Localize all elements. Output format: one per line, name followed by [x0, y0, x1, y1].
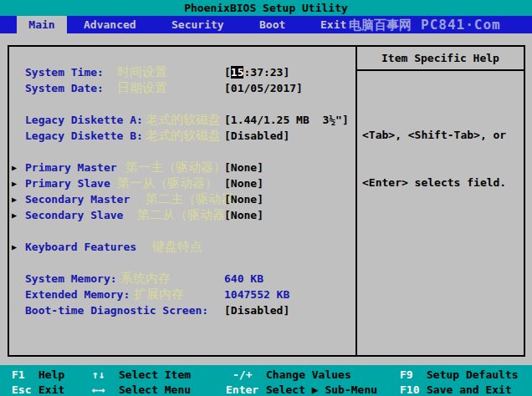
setting-annotation-cn: 扩展内存	[134, 287, 184, 302]
footer-key-esc: Esc	[12, 383, 31, 396]
help-panel-text: <Tab>, <Shift-Tab>, or <Enter> selects f…	[362, 95, 506, 222]
tab-main[interactable]: Main	[17, 16, 67, 33]
setting-row-secondary-slave[interactable]: ▶ Secondary Slave 第二从（驱动器） [None]	[0, 207, 356, 223]
setting-label: Boot-time Diagnostic Screen:	[25, 302, 208, 318]
setting-row-system-date[interactable]: System Date: 日期设置 [01/05/2017]	[0, 80, 356, 96]
edit-cursor[interactable]: 15	[231, 66, 244, 79]
footer-key-f9: F9	[400, 368, 413, 382]
setting-label: Secondary Master	[25, 191, 130, 207]
help-line: <Enter> selects field.	[362, 175, 506, 190]
setting-row-legacy-diskette-b[interactable]: Legacy Diskette B: 老式的软磁盘 [Disabled]	[0, 128, 356, 144]
tab-security[interactable]: Security	[171, 16, 224, 33]
setting-row-legacy-diskette-a[interactable]: Legacy Diskette A: 老式的软磁盘 [1.44/1.25 MB …	[0, 112, 356, 128]
footer-key-f10: F10	[400, 383, 419, 396]
tab-boot[interactable]: Boot	[259, 16, 285, 33]
help-panel-title: Item Specific Help	[357, 47, 524, 71]
setting-row-extended-memory: Extended Memory: 扩展内存 1047552 KB	[0, 287, 356, 302]
submenu-arrow-icon: ▶	[12, 239, 17, 255]
setting-value: [01/05/2017]	[224, 80, 303, 96]
bios-setup-screen: PhoenixBIOS Setup Utility Main Advanced …	[0, 0, 532, 396]
footer-hint-save-and-exit: Save and Exit	[427, 383, 512, 396]
setting-value: [Disabled]	[224, 302, 289, 318]
watermark-site-url: PC841·Com	[421, 16, 501, 33]
key-hint-bar: F1 Help ↑↓ Select Item -/+ Change Values…	[0, 365, 532, 396]
setting-label: System Time:	[25, 64, 104, 80]
setting-label: Secondary Slave	[25, 207, 123, 223]
menu-bar: Main Advanced Security Boot Exit 电脑百事网 P…	[0, 16, 532, 33]
setting-label: Legacy Diskette B:	[25, 128, 143, 144]
tab-exit[interactable]: Exit	[320, 16, 346, 33]
setting-row-system-time[interactable]: System Time: 时间设置 [15:37:23]	[0, 64, 356, 80]
setting-annotation-cn: 系统内存	[120, 271, 171, 287]
footer-key-updown-icon: ↑↓	[92, 368, 105, 382]
setting-label: Primary Master	[25, 160, 117, 175]
value-bracket: [	[224, 66, 231, 79]
footer-key-leftright-icon: ←→	[92, 383, 105, 396]
item-specific-help-panel: Item Specific Help <Tab>, <Shift-Tab>, o…	[356, 47, 524, 355]
setting-annotation-cn: 老式的软磁盘	[146, 112, 221, 128]
setting-value: [None]	[224, 160, 263, 175]
setting-row-secondary-master[interactable]: ▶ Secondary Master 第二主（驱动器） [None]	[0, 191, 356, 207]
setting-row-keyboard-features[interactable]: ▶ Keyboard Features 键盘特点	[0, 239, 356, 255]
setting-value: [15:37:23]	[224, 64, 289, 80]
footer-hint-setup-defaults: Setup Defaults	[427, 368, 519, 382]
setting-label: Extended Memory:	[25, 287, 130, 302]
submenu-arrow-icon: ▶	[12, 160, 17, 175]
footer-hint-exit: Exit	[38, 383, 64, 396]
setting-annotation-cn: 第一主（驱动器）	[125, 160, 226, 175]
setting-row-boot-time-diagnostic-screen[interactable]: Boot-time Diagnostic Screen: [Disabled]	[0, 302, 356, 318]
setting-row-system-memory: System Memory: 系统内存 640 KB	[0, 271, 356, 287]
setting-value: [None]	[224, 207, 263, 223]
footer-hint-change-values: Change Values	[266, 368, 351, 382]
setting-row-primary-master[interactable]: ▶ Primary Master 第一主（驱动器） [None]	[0, 160, 356, 175]
help-line: <Tab>, <Shift-Tab>, or	[362, 127, 506, 143]
setting-annotation-cn: 日期设置	[117, 80, 167, 96]
value-rest: :37:23]	[243, 66, 289, 79]
page-title: PhoenixBIOS Setup Utility	[0, 0, 532, 16]
setting-label: System Date:	[25, 80, 104, 96]
setting-row-primary-slave[interactable]: ▶ Primary Slave 第一从（驱动器） [None]	[0, 175, 356, 191]
setting-value: [None]	[224, 191, 263, 207]
setting-label: Primary Slave	[25, 175, 110, 191]
submenu-arrow-icon: ▶	[12, 191, 17, 207]
setting-label: Legacy Diskette A:	[25, 112, 143, 128]
setting-annotation-cn: 第二从（驱动器）	[137, 207, 238, 223]
setting-annotation-cn: 时间设置	[117, 64, 167, 80]
setting-value: 640 KB	[224, 271, 263, 287]
footer-hint-select-menu: Select Menu	[119, 383, 191, 396]
footer-key-enter: Enter	[226, 383, 258, 396]
setting-label: System Memory:	[25, 271, 117, 287]
setting-annotation-cn: 第一从（驱动器）	[117, 175, 217, 191]
tab-advanced[interactable]: Advanced	[84, 16, 136, 33]
watermark-site-name: 电脑百事网	[349, 17, 412, 34]
setting-value: 1047552 KB	[224, 287, 289, 302]
footer-key-minus-plus: -/+	[233, 368, 252, 382]
setting-label: Keyboard Features	[25, 239, 136, 255]
setting-annotation-cn: 老式的软磁盘	[146, 128, 221, 144]
footer-hint-help: Help	[38, 368, 64, 382]
footer-hint-select-submenu: Select ▶ Sub-Menu	[266, 383, 377, 396]
setting-value: [Disabled]	[224, 128, 289, 144]
setting-value: [None]	[224, 175, 263, 191]
footer-hint-select-item: Select Item	[119, 368, 191, 382]
setting-annotation-cn: 键盘特点	[152, 239, 202, 255]
submenu-arrow-icon: ▶	[12, 175, 17, 191]
setting-value: [1.44/1.25 MB 3½"]	[224, 112, 349, 128]
submenu-arrow-icon: ▶	[12, 207, 17, 223]
footer-key-f1: F1	[12, 368, 25, 382]
